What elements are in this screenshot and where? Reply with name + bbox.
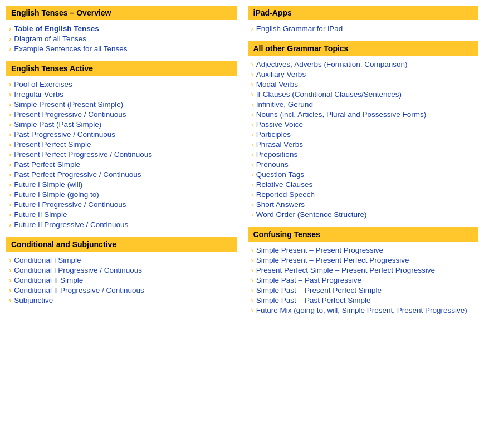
list-item-link[interactable]: Present Perfect Simple — [14, 140, 91, 149]
list-item-link[interactable]: Present Progressive / Continuous — [14, 110, 126, 119]
grammar-list: ›Adjectives, Adverbs (Formation, Compari… — [248, 59, 479, 219]
list-item-link[interactable]: Future II Simple — [14, 210, 67, 219]
chevron-icon: › — [251, 60, 253, 68]
chevron-icon: › — [251, 110, 253, 119]
chevron-icon: › — [9, 190, 11, 199]
active-list: ›Pool of Exercises›Irregular Verbs›Simpl… — [6, 79, 237, 229]
list-item-link[interactable]: Adjectives, Adverbs (Formation, Comparis… — [256, 60, 408, 68]
list-item-link[interactable]: Relative Clauses — [256, 180, 312, 189]
list-item-link[interactable]: Pronouns — [256, 160, 289, 169]
list-item-link[interactable]: English Grammar for iPad — [256, 24, 343, 33]
list-item: ›Future II Progressive / Continuous — [6, 219, 237, 229]
list-item-link[interactable]: Simple Past – Past Progressive — [256, 276, 361, 284]
chevron-icon: › — [251, 200, 253, 209]
list-item-link[interactable]: Conditional II Progressive / Continuous — [14, 286, 144, 294]
overview-list: › Table of English Tenses › Diagram of a… — [6, 23, 237, 53]
chevron-icon: › — [9, 90, 11, 99]
list-item-link[interactable]: Future I Simple (going to) — [14, 190, 99, 199]
list-item-link[interactable]: Conditional II Simple — [14, 276, 83, 284]
list-item: ›English Grammar for iPad — [248, 23, 479, 33]
list-item: ›Conditional II Simple — [6, 275, 237, 285]
chevron-icon: › — [251, 130, 253, 139]
diagram-all-tenses-link[interactable]: Diagram of all Tenses — [14, 35, 86, 43]
chevron-icon: › — [251, 80, 253, 88]
chevron-icon: › — [251, 160, 253, 169]
list-item-link[interactable]: Simple Past (Past Simple) — [14, 120, 101, 129]
list-item-link[interactable]: Future I Simple (will) — [14, 180, 82, 189]
chevron-icon: › — [251, 266, 253, 274]
list-item: ›Simple Past – Present Perfect Simple — [248, 285, 479, 295]
list-item-link[interactable]: Passive Voice — [256, 120, 303, 129]
list-item: ›Future I Progressive / Continuous — [6, 199, 237, 209]
chevron-icon: › — [251, 100, 253, 109]
list-item-link[interactable]: Question Tags — [256, 170, 304, 179]
section-header-conditional: Conditional and Subjunctive — [6, 237, 237, 252]
list-item: ›Past Perfect Progressive / Continuous — [6, 169, 237, 179]
ipad-list: ›English Grammar for iPad — [248, 23, 479, 33]
list-item-link[interactable]: Present Perfect Progressive / Continuous — [14, 150, 152, 159]
list-item-link[interactable]: Nouns (incl. Articles, Plural and Posses… — [256, 110, 426, 119]
list-item-link[interactable]: Short Answers — [256, 200, 305, 209]
list-item-link[interactable]: Past Perfect Progressive / Continuous — [14, 170, 141, 179]
chevron-icon: › — [9, 276, 11, 284]
chevron-icon: › — [9, 140, 11, 149]
chevron-icon: › — [9, 120, 11, 129]
list-item-link[interactable]: Future Mix (going to, will, Simple Prese… — [256, 306, 467, 314]
section-english-tenses-active: English Tenses Active ›Pool of Exercises… — [6, 61, 237, 229]
chevron-icon: › — [9, 80, 11, 88]
list-item-link[interactable]: Simple Past – Past Perfect Simple — [256, 296, 371, 304]
section-ipad-apps: iPad-Apps ›English Grammar for iPad — [248, 6, 479, 33]
chevron-icon: › — [9, 130, 11, 139]
right-column: iPad-Apps ›English Grammar for iPad All … — [248, 6, 479, 323]
list-item: › Diagram of all Tenses — [6, 33, 237, 43]
list-item: ›Present Perfect Simple – Present Perfec… — [248, 265, 479, 275]
list-item: ›Present Perfect Simple — [6, 139, 237, 149]
list-item: ›Irregular Verbs — [6, 89, 237, 99]
list-item: ›Future I Simple (going to) — [6, 189, 237, 199]
section-english-tenses-overview: English Tenses – Overview › Table of Eng… — [6, 6, 237, 53]
chevron-icon: › — [9, 296, 11, 304]
list-item-link[interactable]: Subjunctive — [14, 296, 53, 304]
list-item-link[interactable]: Simple Past – Present Perfect Simple — [256, 286, 382, 294]
section-header-active: English Tenses Active — [6, 61, 237, 76]
list-item-link[interactable]: Future I Progressive / Continuous — [14, 200, 126, 209]
list-item: ›Simple Present (Present Simple) — [6, 99, 237, 109]
list-item: ›Simple Present – Present Progressive — [248, 245, 479, 255]
list-item-link[interactable]: Simple Present (Present Simple) — [14, 100, 123, 109]
confusing-list: ›Simple Present – Present Progressive›Si… — [248, 245, 479, 315]
chevron-icon: › — [251, 296, 253, 304]
section-header-confusing: Confusing Tenses — [248, 227, 479, 242]
list-item: ›If-Clauses (Conditional Clauses/Sentenc… — [248, 89, 479, 99]
list-item-link[interactable]: Word Order (Sentence Structure) — [256, 210, 367, 219]
list-item-link[interactable]: Past Progressive / Continuous — [14, 130, 115, 139]
list-item-link[interactable]: Prepositions — [256, 150, 297, 159]
list-item-link[interactable]: Conditional I Progressive / Continuous — [14, 266, 142, 274]
list-item-link[interactable]: Modal Verbs — [256, 80, 298, 88]
list-item-link[interactable]: Future II Progressive / Continuous — [14, 220, 128, 229]
list-item: ›Modal Verbs — [248, 79, 479, 89]
list-item: ›Past Perfect Simple — [6, 159, 237, 169]
list-item-link[interactable]: If-Clauses (Conditional Clauses/Sentence… — [256, 90, 402, 99]
list-item-link[interactable]: Pool of Exercises — [14, 80, 72, 88]
list-item-link[interactable]: Participles — [256, 130, 291, 139]
list-item: ›Simple Past – Past Perfect Simple — [248, 295, 479, 305]
example-sentences-link[interactable]: Example Sentences for all Tenses — [14, 45, 127, 53]
list-item-link[interactable]: Past Perfect Simple — [14, 160, 80, 169]
list-item-link[interactable]: Present Perfect Simple – Present Perfect… — [256, 266, 435, 274]
list-item-link[interactable]: Simple Present – Present Progressive — [256, 246, 383, 254]
list-item: ›Simple Past – Past Progressive — [248, 275, 479, 285]
list-item-link[interactable]: Infinitive, Gerund — [256, 100, 313, 109]
list-item-link[interactable]: Reported Speech — [256, 190, 315, 199]
list-item: ›Conditional I Simple — [6, 255, 237, 265]
list-item-link[interactable]: Conditional I Simple — [14, 256, 81, 264]
chevron-icon: › — [251, 306, 253, 314]
chevron-icon: › — [9, 256, 11, 264]
list-item-link[interactable]: Auxiliary Verbs — [256, 70, 306, 78]
table-of-english-tenses-link[interactable]: Table of English Tenses — [14, 24, 99, 33]
list-item-link[interactable]: Simple Present – Present Perfect Progres… — [256, 256, 409, 264]
list-item-link[interactable]: Irregular Verbs — [14, 90, 63, 99]
chevron-icon: › — [251, 256, 253, 264]
list-item: ›Relative Clauses — [248, 179, 479, 189]
chevron-icon: › — [251, 210, 253, 219]
list-item-link[interactable]: Phrasal Verbs — [256, 140, 303, 149]
